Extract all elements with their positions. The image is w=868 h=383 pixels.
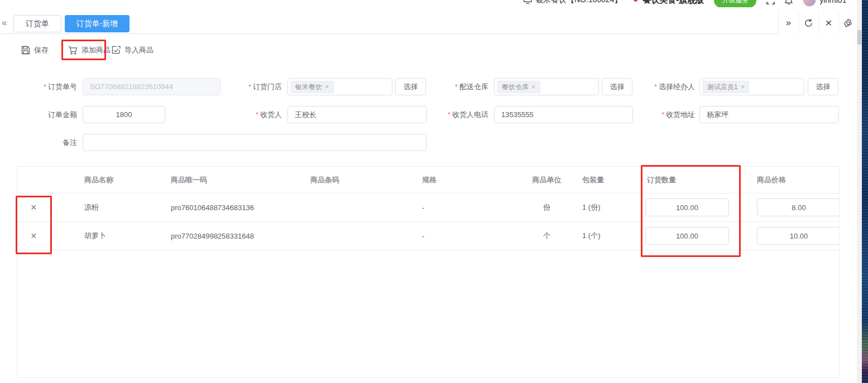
col-header-name: 商品名称: [79, 175, 168, 185]
col-header-qty: 订货数量: [637, 175, 743, 185]
user-account[interactable]: yinmi01: [803, 0, 846, 7]
remove-tag-icon[interactable]: ×: [741, 83, 745, 91]
phone-label: *收货人电话: [430, 106, 488, 123]
delete-row-icon[interactable]: ×: [31, 231, 37, 241]
cart-icon: [68, 46, 78, 55]
tab-bar: « 订货单 订货单-新增 » ×: [0, 12, 857, 34]
user-avatar: [803, 0, 816, 7]
settings-gear-icon[interactable]: [838, 12, 857, 34]
edition-label: 餐饮美食-旗舰版: [642, 0, 704, 6]
col-header-unique-code: 商品唯一码: [168, 175, 306, 185]
edition-badge: ❤ 餐饮美食-旗舰版: [632, 0, 704, 6]
save-floppy-icon: [21, 46, 30, 55]
warehouse-tag: 餐饮仓库×: [497, 81, 540, 93]
store-badge: 银米餐饮【NO.100024】: [524, 0, 622, 5]
table-header-row: 商品名称 商品唯一码 商品条码 规格 商品单位 包装量 订货数量 商品价格: [17, 167, 839, 193]
address-label: *收货地址: [625, 106, 695, 123]
import-product-button[interactable]: 导入商品: [112, 44, 154, 56]
receiver-input[interactable]: [287, 106, 427, 123]
phone-input[interactable]: [494, 106, 633, 123]
address-input[interactable]: [699, 106, 839, 123]
expand-tabs-icon[interactable]: »: [778, 12, 798, 34]
delete-row-icon[interactable]: ×: [31, 202, 37, 212]
import-product-label: 导入商品: [124, 45, 154, 55]
cell-unique-code: pro770284998258331648: [168, 232, 306, 240]
order-no-input: [83, 78, 220, 95]
page-scrollbar[interactable]: [857, 0, 862, 383]
close-tab-icon[interactable]: ×: [818, 12, 838, 34]
qty-input[interactable]: [645, 198, 729, 216]
order-store-select-button[interactable]: 选择: [395, 78, 426, 95]
account-topbar: 银米餐饮【NO.100024】 ❤ 餐饮美食-旗舰版 升级服务 yinmi01: [0, 0, 857, 7]
collapse-tabs-icon[interactable]: «: [2, 12, 7, 34]
col-header-unit: 商品单位: [518, 175, 576, 185]
cell-pack: 1 (份): [576, 202, 637, 212]
cell-unit: 个: [518, 231, 576, 241]
receiver-label: *收货人: [223, 106, 282, 123]
col-header-barcode: 商品条码: [306, 175, 415, 185]
username-label: yinmi01: [819, 0, 846, 4]
handler-label: *选择经办人: [625, 78, 695, 95]
col-header-pack: 包装量: [576, 175, 637, 185]
monitor-icon: [524, 0, 532, 4]
tab-order-list[interactable]: 订货单: [13, 15, 61, 32]
bell-icon[interactable]: [785, 0, 793, 4]
remark-input[interactable]: [83, 134, 426, 151]
app-window: 银米餐饮【NO.100024】 ❤ 餐饮美食-旗舰版 升级服务 yinmi01 …: [0, 0, 868, 383]
remark-label: 备注: [17, 134, 77, 151]
product-table: 商品名称 商品唯一码 商品条码 规格 商品单位 包装量 订货数量 商品价格 × …: [17, 166, 840, 378]
order-store-label: *订货门店: [223, 78, 282, 95]
store-badge-label: 银米餐饮【NO.100024】: [535, 0, 622, 5]
price-input[interactable]: [757, 227, 839, 245]
qty-input[interactable]: [645, 227, 729, 245]
tab-order-new[interactable]: 订货单-新增: [65, 15, 130, 32]
handler-select-button[interactable]: 选择: [808, 78, 838, 95]
warehouse-input[interactable]: 餐饮仓库×: [494, 78, 599, 95]
scrollbar-thumb[interactable]: [857, 30, 861, 45]
import-icon: [112, 46, 121, 55]
desktop-wallpaper-sliver: [862, 0, 868, 383]
order-no-label: *订货单号: [17, 78, 77, 95]
heart-icon: ❤: [632, 0, 640, 5]
handler-input[interactable]: 测试店员1×: [699, 78, 804, 95]
col-header-price: 商品价格: [743, 175, 839, 185]
amount-input[interactable]: [83, 106, 165, 123]
col-header-spec: 规格: [415, 175, 518, 185]
cell-unique-code: pro760106488734683136: [168, 203, 306, 212]
refresh-icon[interactable]: [798, 12, 818, 34]
price-input[interactable]: [757, 198, 839, 216]
cell-name: 胡萝卜: [79, 231, 168, 241]
cell-unit: 份: [518, 202, 576, 212]
save-button[interactable]: 保存: [21, 44, 49, 56]
cell-spec: -: [415, 203, 518, 212]
remove-tag-icon[interactable]: ×: [325, 83, 329, 91]
cell-name: 凉粉: [79, 202, 168, 212]
table-row: × 凉粉 pro760106488734683136 - 份 1 (份): [17, 193, 839, 222]
amount-label: 订单金额: [17, 106, 77, 123]
order-store-input[interactable]: 银米餐饮×: [287, 78, 392, 95]
remove-tag-icon[interactable]: ×: [531, 83, 536, 91]
warehouse-label: *配送仓库: [430, 78, 488, 95]
upgrade-button[interactable]: 升级服务: [714, 0, 756, 7]
cell-spec: -: [415, 232, 518, 240]
handler-tag: 测试店员1×: [703, 81, 749, 93]
order-store-tag: 银米餐饮×: [291, 81, 334, 93]
fullscreen-icon[interactable]: [766, 0, 775, 4]
save-button-label: 保存: [34, 45, 49, 55]
table-row: × 胡萝卜 pro770284998258331648 - 个 1 (个): [17, 222, 839, 250]
cell-pack: 1 (个): [576, 231, 637, 241]
add-product-label: 添加商品: [81, 45, 111, 55]
add-product-button[interactable]: 添加商品: [68, 44, 111, 56]
